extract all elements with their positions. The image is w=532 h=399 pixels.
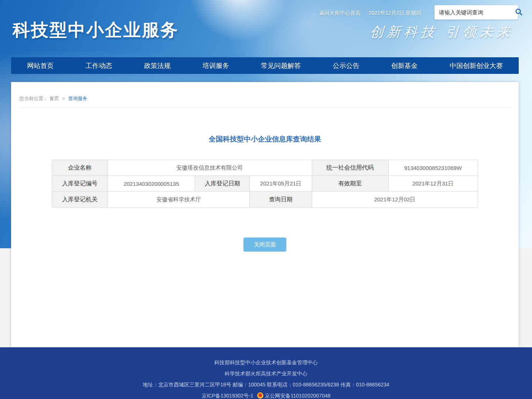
registration-date-value: 2021年05月21日 xyxy=(250,176,312,192)
police-badge-icon xyxy=(257,392,263,399)
close-button-container: 关闭页面 xyxy=(11,238,519,252)
registration-number-label: 入库登记编号 xyxy=(52,176,108,192)
return-torch-center-link[interactable]: 返回火炬中心首页 xyxy=(319,10,361,16)
breadcrumb-separator: > xyxy=(62,96,65,101)
search-button[interactable] xyxy=(515,5,523,20)
site-title: 科技型中小企业服务 xyxy=(13,18,179,42)
nav-item-training[interactable]: 培训服务 xyxy=(202,61,229,70)
footer-org-line-1: 科技部科技型中小企业技术创新基金管理中心 xyxy=(0,347,532,368)
registration-number-value: 202134030200005135 xyxy=(108,176,195,192)
icp-record-link[interactable]: 京ICP备13019302号-1 xyxy=(201,393,253,399)
breadcrumb: 您当前位置： 首页 > 查询服务 xyxy=(11,82,519,107)
breadcrumb-divider xyxy=(19,107,511,108)
content-panel: 您当前位置： 首页 > 查询服务 全国科技型中小企业信息库查询结果 企业名称 安… xyxy=(11,82,519,347)
close-page-button[interactable]: 关闭页面 xyxy=(243,238,286,252)
table-row: 入库登记编号 202134030200005135 入库登记日期 2021年05… xyxy=(52,176,478,192)
query-date-label: 查询日期 xyxy=(250,192,312,208)
registration-authority-label: 入库登记机关 xyxy=(52,192,108,208)
nav-item-innovation-fund[interactable]: 创新基金 xyxy=(391,61,418,70)
current-date-text: 2021年12月2日 星期四 xyxy=(369,10,421,16)
credit-code-label: 统一社会信用代码 xyxy=(312,160,388,176)
nav-item-competition[interactable]: 中国创新创业大赛 xyxy=(450,61,503,70)
breadcrumb-home-link[interactable]: 首页 xyxy=(50,96,59,101)
nav-item-faq[interactable]: 常见问题解答 xyxy=(261,61,301,70)
nav-item-policies[interactable]: 政策法规 xyxy=(144,61,171,70)
nav-item-home[interactable]: 网站首页 xyxy=(27,61,54,70)
main-navigation: 网站首页 工作动态 政策法规 培训服务 常见问题解答 公示公告 创新基金 中国创… xyxy=(11,57,519,74)
enterprise-name-label: 企业名称 xyxy=(52,160,108,176)
nav-item-work-news[interactable]: 工作动态 xyxy=(85,61,112,70)
breadcrumb-prefix: 您当前位置： xyxy=(19,96,48,101)
enterprise-name-value: 安徽塔孜信息技术有限公司 xyxy=(108,160,312,176)
nav-item-announcements[interactable]: 公示公告 xyxy=(332,61,359,70)
query-result-table: 企业名称 安徽塔孜信息技术有限公司 统一社会信用代码 9134030008523… xyxy=(52,160,478,208)
table-row: 入库登记机关 安徽省科学技术厅 查询日期 2021年12月02日 xyxy=(52,192,478,208)
query-result-title: 全国科技型中小企业信息库查询结果 xyxy=(11,134,519,144)
police-record-link[interactable]: 京公网安备11010202007048 xyxy=(265,393,331,399)
query-date-value: 2021年12月02日 xyxy=(312,192,478,208)
credit-code-value: 91340300085231069W xyxy=(388,160,478,176)
topbar: 返回火炬中心首页 2021年12月2日 星期四 xyxy=(319,10,421,17)
page-footer: 科技部科技型中小企业技术创新基金管理中心 科学技术部火炬高技术产业开发中心 地址… xyxy=(0,347,532,399)
search-icon xyxy=(515,8,523,17)
registration-date-label: 入库登记日期 xyxy=(195,176,250,192)
footer-icp-line: 京ICP备13019302号-1京公网安备11010202007048 xyxy=(0,390,532,399)
slogan-calligraphy: 创新科技 引领未来 xyxy=(369,23,514,41)
search-box[interactable] xyxy=(434,5,518,20)
valid-until-value: 2021年12月31日 xyxy=(388,176,478,192)
valid-until-label: 有效期至 xyxy=(312,176,388,192)
breadcrumb-current-link[interactable]: 查询服务 xyxy=(68,96,87,101)
search-input[interactable] xyxy=(434,9,515,16)
registration-authority-value: 安徽省科学技术厅 xyxy=(108,192,250,208)
footer-org-line-2: 科学技术部火炬高技术产业开发中心 xyxy=(0,368,532,379)
footer-address-line: 地址：北京市西城区三里河二区甲18号 邮编：100045 联系电话：010-88… xyxy=(0,379,532,390)
table-row: 企业名称 安徽塔孜信息技术有限公司 统一社会信用代码 9134030008523… xyxy=(52,160,478,176)
